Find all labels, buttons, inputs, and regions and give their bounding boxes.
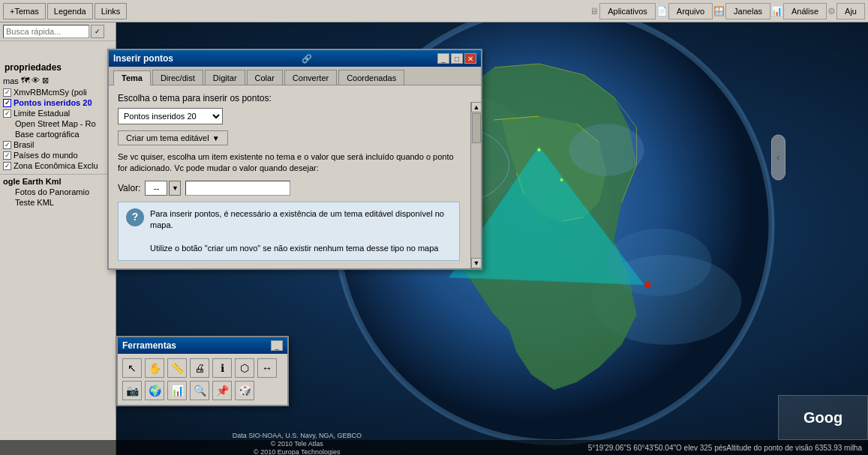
modal-content: Escolha o tema para inserir os pontos: P… bbox=[109, 85, 469, 268]
layer-openstreet-label: Open Street Map - Ro bbox=[15, 119, 96, 128]
tools-title: Ferramentas bbox=[122, 340, 176, 351]
layer-brasil-label: Brasil bbox=[14, 140, 35, 149]
layer-brasil[interactable]: Brasil bbox=[0, 139, 116, 150]
status-bar: Data SIO-NOAA, U.S. Navy, NGA, GEBCO © 2… bbox=[0, 440, 868, 455]
tab-digitar[interactable]: Digitar bbox=[205, 70, 245, 85]
modal-tabs: Tema Direc/dist Digitar Colar Converter … bbox=[109, 67, 481, 85]
create-theme-button[interactable]: Criar um tema editável ▼ bbox=[118, 130, 228, 145]
info-box: ? Para inserir pontos, é necessário a ex… bbox=[118, 202, 460, 262]
value-select-input[interactable] bbox=[145, 181, 167, 196]
measure-tool[interactable]: 📏 bbox=[167, 358, 187, 378]
layer-limite-label: Limite Estadual bbox=[14, 109, 70, 118]
checkbox-zona[interactable] bbox=[3, 162, 11, 170]
info-text: Para inserir pontos, é necessário a exis… bbox=[150, 208, 452, 255]
hand-tool[interactable]: ✋ bbox=[145, 358, 164, 378]
section-kml: ogle Earth Kml bbox=[0, 174, 116, 187]
search-input[interactable] bbox=[3, 25, 89, 38]
analise-button[interactable]: Análise bbox=[783, 3, 827, 19]
layer-fotos[interactable]: Fotos do Panoramio bbox=[0, 187, 116, 197]
pin-tool[interactable]: 📌 bbox=[212, 381, 232, 400]
left-panel: ✓ propriedades mas 🗺 👁 ⊠ XmvRBMcmSy (pol… bbox=[0, 22, 116, 455]
legenda-button[interactable]: Legenda bbox=[47, 3, 93, 19]
tab-colar[interactable]: Colar bbox=[247, 70, 283, 85]
choose-theme-label: Escolha o tema para inserir os pontos: bbox=[118, 93, 460, 103]
info-text-line1: Para inserir pontos, é necessário a exis… bbox=[150, 208, 452, 232]
camera-tool[interactable]: 📷 bbox=[122, 381, 142, 400]
modal-scrollbar: ▲ ▼ bbox=[470, 102, 481, 268]
checkbox-pontos[interactable] bbox=[3, 99, 11, 107]
modal-window-controls: _ □ ✕ bbox=[437, 53, 476, 64]
layer-pontos[interactable]: Pontos inseridos 20 bbox=[0, 97, 116, 108]
tools-window: Ferramentas _ ↖ ✋ 📏 🖨 ℹ ⬡ ↔ 📷 🌍 📊 🔍 📌 🎲 bbox=[116, 336, 289, 406]
value-dropdown-button[interactable]: ▼ bbox=[169, 181, 181, 196]
toolbar-right: 🖥 Aplicativos 📄 Arquivo 🪟 Janelas 📊 Anál… bbox=[590, 3, 868, 19]
modal-title: Inserir pontos bbox=[113, 53, 173, 64]
svg-point-7 bbox=[569, 124, 644, 176]
drag-tool[interactable]: ↔ bbox=[257, 358, 277, 378]
bar-tool[interactable]: 📊 bbox=[167, 381, 187, 400]
modal-minimize-button[interactable]: _ bbox=[437, 53, 449, 64]
arquivo-button[interactable]: Arquivo bbox=[668, 3, 713, 19]
layer-xmv[interactable]: XmvRBMcmSy (poli bbox=[0, 87, 116, 97]
svg-point-10 bbox=[560, 178, 563, 181]
temas-button[interactable]: +Temas bbox=[3, 3, 46, 19]
status-altitude: Altitude do ponto de visão 6353.93 milha bbox=[726, 444, 862, 452]
tab-tema[interactable]: Tema bbox=[113, 70, 151, 85]
layer-base[interactable]: Base cartográfica bbox=[0, 129, 116, 139]
layer-zona-label: Zona Econômica Exclu bbox=[14, 161, 98, 170]
tools-minimize-button[interactable]: _ bbox=[271, 340, 283, 351]
info-text-line2: Utilize o botão "criar um novo" se não e… bbox=[150, 243, 452, 254]
scrollbar-down-button[interactable]: ▼ bbox=[471, 258, 482, 268]
search-button[interactable]: ✓ bbox=[91, 25, 104, 38]
scrollbar-up-button[interactable]: ▲ bbox=[471, 102, 482, 112]
svg-point-9 bbox=[538, 148, 541, 151]
aju-button[interactable]: Aju bbox=[836, 3, 865, 19]
layer-kml[interactable]: Teste KML bbox=[0, 197, 116, 208]
tools-row-2: 📷 🌍 📊 🔍 📌 🎲 bbox=[122, 381, 283, 400]
layer-pontos-label: Pontos inseridos 20 bbox=[14, 98, 92, 107]
status-coords: 5°19'29.06"S 60°43'50.04"O elev 325 pés bbox=[588, 444, 727, 452]
modal-maximize-button[interactable]: □ bbox=[451, 53, 463, 64]
theme-select-row: Pontos inseridos 20 bbox=[118, 108, 460, 124]
status-credits: Data SIO-NOAA, U.S. Navy, NGA, GEBCO © 2… bbox=[6, 431, 588, 455]
layer-zona[interactable]: Zona Econômica Exclu bbox=[0, 160, 116, 171]
tab-converter[interactable]: Converter bbox=[284, 70, 337, 85]
layer-fotos-label: Fotos do Panoramio bbox=[15, 187, 89, 196]
layer-openstreet[interactable]: Open Street Map - Ro bbox=[0, 118, 116, 129]
layer-limite[interactable]: Limite Estadual bbox=[0, 108, 116, 118]
layer-kml-label: Teste KML bbox=[15, 198, 54, 207]
print-tool[interactable]: 🖨 bbox=[190, 358, 209, 378]
theme-select[interactable]: Pontos inseridos 20 bbox=[118, 108, 223, 124]
scrollbar-thumb[interactable] bbox=[472, 113, 481, 143]
checkbox-paises[interactable] bbox=[3, 151, 11, 160]
search-tool[interactable]: 🔍 bbox=[190, 381, 209, 400]
checkbox-limite[interactable] bbox=[3, 109, 11, 118]
checkbox-xmv[interactable] bbox=[3, 88, 11, 97]
checkbox-brasil[interactable] bbox=[3, 141, 11, 149]
layer-paises[interactable]: Países do mundo bbox=[0, 150, 116, 160]
svg-text:‹: ‹ bbox=[776, 151, 780, 163]
panel-title: propriedades bbox=[0, 59, 116, 74]
value-input-field[interactable] bbox=[185, 181, 290, 196]
panel-section-mas: mas 🗺 👁 ⊠ bbox=[0, 74, 116, 87]
aplicativos-button[interactable]: Aplicativos bbox=[599, 3, 656, 19]
cursor-tool[interactable]: ↖ bbox=[122, 358, 142, 378]
globe-tool[interactable]: 🌍 bbox=[145, 381, 164, 400]
polygon-tool[interactable]: ⬡ bbox=[235, 358, 254, 378]
modal-close-button[interactable]: ✕ bbox=[464, 53, 476, 64]
toolbar-left: +Temas Legenda Links bbox=[0, 1, 130, 21]
create-theme-label: Criar um tema editável bbox=[126, 133, 209, 142]
modal-inserir-pontos: Inserir pontos 🔗 _ □ ✕ Tema Direc/dist D… bbox=[107, 49, 482, 270]
google-logo: Goog bbox=[803, 409, 842, 427]
info-tool[interactable]: ℹ bbox=[212, 358, 232, 378]
janelas-button[interactable]: Janelas bbox=[725, 3, 770, 19]
tab-direcdist[interactable]: Direc/dist bbox=[152, 70, 203, 85]
layer-xmv-label: XmvRBMcmSy (poli bbox=[14, 88, 87, 97]
links-button[interactable]: Links bbox=[95, 3, 128, 19]
tab-coordenadas[interactable]: Coordenadas bbox=[338, 70, 404, 85]
dropdown-arrow-icon: ▼ bbox=[212, 134, 220, 142]
top-toolbar: +Temas Legenda Links 🖥 Aplicativos 📄 Arq… bbox=[0, 0, 868, 22]
cube-tool[interactable]: 🎲 bbox=[235, 381, 254, 400]
tools-content: ↖ ✋ 📏 🖨 ℹ ⬡ ↔ 📷 🌍 📊 🔍 📌 🎲 bbox=[118, 354, 287, 405]
modal-title-bar: Inserir pontos 🔗 _ □ ✕ bbox=[109, 50, 481, 67]
